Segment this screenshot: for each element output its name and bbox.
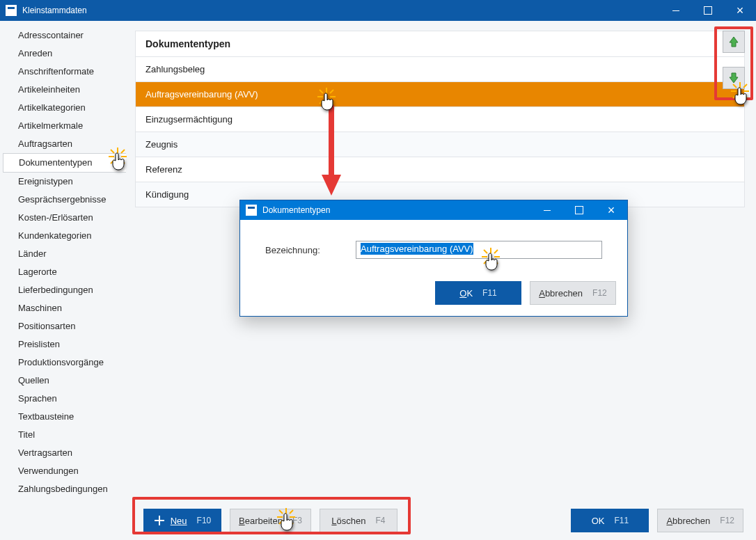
dialog-ok-button[interactable]: OK F11	[435, 281, 521, 305]
move-up-button[interactable]	[723, 31, 745, 53]
move-down-button[interactable]	[723, 67, 745, 89]
delete-button[interactable]: Löschen F4	[320, 509, 397, 532]
edit-button-label-rest: earbeiten	[245, 516, 283, 526]
app-icon	[6, 5, 17, 16]
sidebar-item[interactable]: Lieferbedingungen	[3, 281, 125, 299]
sidebar-item[interactable]: Kosten-/Erlösarten	[3, 209, 125, 227]
sidebar-item[interactable]: Ereignistypen	[3, 173, 125, 191]
sidebar-item[interactable]: Gesprächsergebnisse	[3, 191, 125, 209]
dialog-body: Bezeichnung: Auftragsvereinbarung (AVV)	[240, 220, 627, 269]
footer: Neu F10 Bearbeiten F3 Löschen F4 OK F11 …	[0, 501, 756, 540]
arrow-up-icon	[727, 35, 740, 48]
list-row[interactable]: Auftragsvereinbarung (AVV)	[135, 82, 745, 107]
main-window: Kleinstammdaten × AdresscontainerAnreden…	[0, 0, 756, 540]
dialog-ok-key: F11	[482, 288, 497, 298]
list-row[interactable]: Zahlungsbeleg	[135, 57, 745, 82]
new-button-label: Neu	[171, 516, 187, 526]
sidebar-item[interactable]: Anschriftenformate	[3, 63, 125, 81]
cancel-button-key: F12	[720, 516, 734, 525]
plus-icon	[154, 515, 165, 526]
dialog-close-button[interactable]: ×	[595, 200, 627, 221]
edit-button-key: F3	[292, 516, 302, 525]
sidebar-item[interactable]: Auftragsarten	[3, 135, 125, 153]
arrow-down-icon	[727, 72, 740, 84]
list-row[interactable]: Einzugsermächtigung	[135, 107, 745, 132]
sidebar-item[interactable]: Artikelmerkmale	[3, 117, 125, 135]
ok-button-label: OK	[592, 516, 605, 526]
dialog-cancel-button[interactable]: Abbrechen F12	[530, 281, 616, 305]
sidebar: AdresscontainerAnredenAnschriftenformate…	[0, 21, 125, 501]
new-button[interactable]: Neu F10	[143, 509, 221, 532]
sidebar-item[interactable]: Sprachen	[3, 390, 125, 408]
list-row[interactable]: Referenz	[135, 157, 745, 182]
sidebar-item[interactable]: Preislisten	[3, 335, 125, 354]
sidebar-item[interactable]: Quellen	[3, 372, 125, 390]
ok-button-key: F11	[614, 516, 629, 525]
sidebar-item[interactable]: Kundenkategorien	[3, 227, 125, 245]
cancel-button-label-rest: bbrechen	[672, 516, 710, 526]
window-maximize-button[interactable]	[692, 0, 724, 21]
edit-dialog: Dokumententypen × Bezeichnung: Auftragsv…	[239, 200, 628, 317]
dialog-title: Dokumententypen	[262, 205, 531, 215]
sidebar-item[interactable]: Textbausteine	[3, 408, 125, 426]
dialog-titlebar: Dokumententypen ×	[240, 200, 627, 220]
titlebar: Kleinstammdaten ×	[0, 0, 756, 21]
bezeichnung-input[interactable]	[356, 241, 602, 259]
sidebar-item[interactable]: Artikelkategorien	[3, 99, 125, 117]
window-title: Kleinstammdaten	[22, 6, 660, 15]
cancel-button[interactable]: Abbrechen F12	[657, 509, 743, 532]
sidebar-item[interactable]: Verwendungen	[3, 462, 125, 480]
sidebar-item[interactable]: Artikeleinheiten	[3, 81, 125, 99]
sidebar-item[interactable]: Produktionsvorgänge	[3, 354, 125, 372]
dialog-app-icon	[246, 205, 257, 216]
ok-button[interactable]: OK F11	[571, 509, 649, 532]
delete-button-label-rest: öschen	[337, 516, 366, 526]
sidebar-item[interactable]: Vertragsarten	[3, 444, 125, 462]
svg-marker-0	[730, 37, 738, 47]
sidebar-item[interactable]: Positionsarten	[3, 317, 125, 335]
sidebar-item[interactable]: Anreden	[3, 45, 125, 63]
sidebar-item[interactable]: Länder	[3, 245, 125, 263]
sidebar-item[interactable]: Titel	[3, 426, 125, 444]
new-button-key: F10	[197, 516, 212, 525]
window-minimize-button[interactable]	[660, 0, 692, 21]
sidebar-item[interactable]: Maschinen	[3, 299, 125, 317]
reorder-buttons	[717, 31, 750, 89]
dialog-actions: OK F11 Abbrechen F12	[240, 269, 627, 316]
sidebar-item[interactable]: Lagerorte	[3, 263, 125, 281]
sidebar-item[interactable]: Zahlungsbedingungen	[3, 480, 125, 498]
dialog-maximize-button[interactable]	[563, 200, 595, 221]
delete-button-key: F4	[375, 516, 385, 525]
edit-button[interactable]: Bearbeiten F3	[230, 509, 311, 532]
sidebar-item[interactable]: Dokumententypen	[3, 153, 126, 173]
dialog-cancel-key: F12	[592, 288, 607, 298]
list-row[interactable]: Zeugnis	[135, 132, 745, 157]
svg-marker-1	[730, 73, 738, 83]
window-close-button[interactable]: ×	[724, 0, 756, 21]
list-header: Dokumententypen	[135, 31, 745, 57]
dialog-minimize-button[interactable]	[531, 200, 563, 221]
sidebar-item[interactable]: Adresscontainer	[3, 26, 125, 45]
field-label: Bezeichnung:	[265, 245, 342, 255]
